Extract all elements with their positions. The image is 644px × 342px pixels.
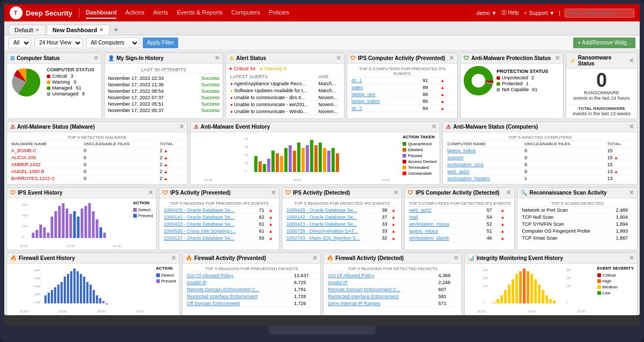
icd-name-3[interactable]: workstation_mioca: [409, 221, 449, 227]
malware-uncleanable-3: 0: [83, 161, 159, 168]
nav-policies[interactable]: Policies: [269, 7, 289, 19]
ips-adr-id-2[interactable]: 1000142 - Oracle Database Se...: [287, 214, 357, 220]
amp-close[interactable]: ✕: [555, 55, 560, 62]
ips-adr-id-3[interactable]: 1000423 - Oracle Database Se...: [287, 221, 357, 227]
ips-act-det-close[interactable]: ✕: [393, 189, 398, 196]
icd-trend-2: ▲: [500, 215, 504, 220]
legend-title: COMPUTER STATUS: [47, 67, 94, 72]
ips-apr-row-2: 1000142 - Oracle Database Se... 62 ▲: [163, 214, 276, 221]
malware-name-5[interactable]: BARROTES.1222-C: [11, 176, 55, 181]
malware-name-4[interactable]: ANGEL.1000.B: [11, 169, 45, 174]
svg-rect-54: [103, 233, 106, 238]
fap-val-3: 1,791: [293, 286, 317, 293]
svg-text:6,000: 6,000: [34, 269, 41, 272]
ips-apr-trend-2: ▲: [268, 215, 273, 220]
ips-prevented-close[interactable]: ✕: [449, 55, 454, 62]
support-link[interactable]: ✧ Support ▼: [523, 10, 554, 16]
recon-close[interactable]: ✕: [629, 189, 634, 196]
fad-val-1: 4,369: [437, 272, 458, 279]
icd-name-4[interactable]: laptop_mioca: [409, 228, 438, 234]
fw-chart-mid2: 18:00: [97, 310, 105, 313]
malware-name-1[interactable]: A_BOMB-C: [11, 148, 36, 153]
malware-col-total: TOTAL: [158, 141, 184, 147]
fw-chart-end: 22:00: [136, 310, 144, 313]
ips-apr-id-1[interactable]: 1000425 - Oracle Database Se...: [164, 207, 235, 213]
tab-default-close[interactable]: ✕: [35, 27, 40, 33]
ips-apr-id-2[interactable]: 1000142 - Oracle Database Se...: [164, 214, 235, 220]
computers-filter[interactable]: All Computers: [86, 38, 140, 48]
computer-status-close[interactable]: ✕: [93, 55, 98, 62]
mc-name-2[interactable]: support: [447, 155, 463, 160]
add-remove-widget-button[interactable]: + Add/Remove Widg...: [573, 38, 635, 48]
ransomware-body: 0 RANSOMWARE events in the last 24 hours…: [566, 69, 637, 118]
mc-name-3[interactable]: workstation_ucrs: [447, 162, 484, 167]
ips-event-close[interactable]: ✕: [148, 189, 153, 196]
user-label[interactable]: demo ▼: [477, 10, 497, 16]
integrity-event-close[interactable]: ✕: [629, 255, 634, 262]
tab-default[interactable]: Default ✕: [9, 25, 46, 35]
fw-act-det-close[interactable]: ✕: [453, 255, 458, 262]
fap-name-2[interactable]: Invalid IP: [187, 280, 207, 285]
tab-new-dashboard-close[interactable]: ✕: [99, 27, 104, 33]
signin-row-4: November 17, 2022 07:37 Success: [108, 94, 219, 101]
ips-apr-id-5[interactable]: 1000137 - Oracle Database Se...: [164, 235, 235, 241]
tab-new-dashboard[interactable]: New Dashboard ✕: [47, 25, 109, 35]
nav-dashboard[interactable]: Dashboard: [86, 7, 116, 19]
fad-name-3[interactable]: Remote Domain Enforcement C...: [328, 287, 400, 292]
malware-trend-4: ▲: [164, 169, 168, 174]
fad-name-5[interactable]: Deny Internal IP Ranges: [328, 301, 380, 306]
fap-name-4[interactable]: Restricted Interface Enforcement: [187, 294, 258, 299]
svg-text:200: 200: [566, 277, 571, 280]
fap-name-3[interactable]: Remote Domain Enforcement C...: [187, 287, 259, 292]
search-input[interactable]: [565, 9, 634, 18]
fad-name-4[interactable]: Restricted Interface Enforcement: [328, 294, 399, 299]
ips-prev-name-4[interactable]: laptop_trabot: [352, 99, 380, 104]
ips-apr-id-3[interactable]: 1000423 - Oracle Database Se...: [164, 221, 235, 227]
nav-alerts[interactable]: Alerts: [153, 7, 168, 19]
fad-name-2[interactable]: Invalid IP: [328, 280, 348, 285]
ips-prev-name-1[interactable]: dc_1: [352, 78, 362, 83]
nav-computers[interactable]: Computers: [231, 7, 260, 19]
tab-add-button[interactable]: +: [111, 24, 121, 35]
alert-close[interactable]: ✕: [336, 55, 341, 62]
malware-name-3[interactable]: AMBER.1432: [11, 162, 41, 167]
nav-actions[interactable]: Actions: [125, 7, 144, 19]
ips-prev-name-5[interactable]: dc_2: [352, 106, 362, 111]
fap-name-5[interactable]: Off Domain Enforcement: [187, 301, 240, 306]
ips-prev-name-2[interactable]: sales: [352, 85, 363, 90]
svg-rect-12: [258, 161, 261, 172]
time-filter[interactable]: 24 Hour View: [34, 38, 83, 48]
ips-adr-id-4[interactable]: 1000739 - DirectAnimation DAT...: [287, 228, 358, 234]
icd-name-2[interactable]: mail: [409, 214, 418, 220]
fw-event-close[interactable]: ✕: [171, 255, 176, 262]
help-link[interactable]: ⓪ Help: [501, 9, 519, 17]
ips-adr-id-5[interactable]: 1002743 - Mass SQL Injection S...: [287, 235, 360, 241]
scope-filter[interactable]: All: [9, 38, 31, 48]
signin-close[interactable]: ✕: [215, 55, 219, 62]
icd-name-5[interactable]: workstation_slamb: [409, 235, 449, 241]
fw-act-det-header: 🔥 Firewall Activity (Detected) ✕: [324, 253, 462, 264]
icd-name-1[interactable]: web_ap02: [409, 207, 431, 213]
ips-adr-id-1[interactable]: 1000428 - Oracle Database Se...: [287, 207, 357, 213]
ips-prev-name-3[interactable]: laptop_uen: [352, 92, 376, 97]
mc-name-5[interactable]: workstation_hwaem: [447, 176, 490, 181]
nav-events-reports[interactable]: Events & Reports: [177, 7, 223, 19]
fw-act-prev-close[interactable]: ✕: [312, 255, 317, 262]
mc-name-4[interactable]: web_ap02: [447, 169, 470, 174]
malware-event-close[interactable]: ✕: [431, 123, 436, 130]
malware-name-2[interactable]: ALICIA.200: [11, 155, 36, 160]
malware-label-deleted: Deleted: [408, 147, 423, 152]
apply-filter-button[interactable]: Apply Filter: [143, 38, 178, 48]
malware-close[interactable]: ✕: [179, 123, 184, 130]
signin-status-1: Success: [201, 76, 219, 81]
ips-comp-det-close[interactable]: ✕: [506, 189, 511, 196]
svg-rect-78: [103, 301, 105, 303]
ips-prev-val-1: 91: [422, 77, 440, 84]
ips-apr-id-4[interactable]: 1000530 - Cross Site Scripting i...: [164, 228, 236, 234]
malware-computers-close[interactable]: ✕: [629, 123, 634, 130]
mc-name-1[interactable]: laptop_trabot: [447, 148, 475, 153]
ips-act-prev-close[interactable]: ✕: [271, 189, 276, 196]
fad-name-1[interactable]: Out Of Allowed Policy: [328, 273, 375, 278]
fap-name-1[interactable]: Out Of Allowed Policy: [187, 273, 233, 278]
ransomware-close[interactable]: ✕: [629, 57, 634, 64]
